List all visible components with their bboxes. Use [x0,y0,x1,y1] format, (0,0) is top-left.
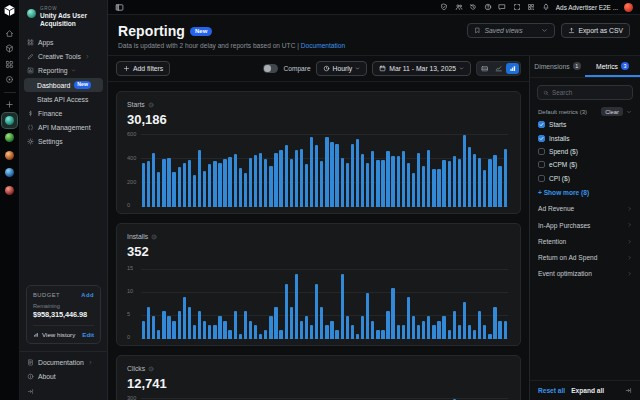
sidebar-collapse-button[interactable] [20,385,107,400]
expand-all-link[interactable]: Expand all [571,387,604,394]
metric-checkbox-ecpm[interactable]: eCPM ($) [530,158,640,171]
reset-all-link[interactable]: Reset all [538,387,565,394]
shield-icon[interactable] [440,3,448,11]
view-history-link[interactable]: View history [42,331,75,338]
bar [468,325,471,339]
bar [295,150,298,207]
info-icon[interactable] [151,234,157,240]
product-orange-icon[interactable] [2,148,17,163]
view-toggle-table[interactable] [478,63,491,74]
add-product-button[interactable] [3,97,17,111]
account-menu[interactable]: Ads Advertiser E2E ... [556,4,618,11]
tab-metrics[interactable]: Metrics3 [585,56,640,77]
grid-nav-button[interactable] [3,57,17,71]
view-toggle-linechart[interactable] [492,63,505,74]
info-icon[interactable] [148,102,154,108]
home-nav-button[interactable] [3,26,17,40]
bar [172,321,175,340]
qr-icon[interactable] [527,3,535,11]
budget-add-link[interactable]: Add [81,292,94,298]
help-icon[interactable] [484,3,492,11]
footer-item-documentation[interactable]: Documentation [20,355,107,369]
metric-checkbox-installs[interactable]: Installs [530,131,640,144]
tab-label: Metrics [596,63,618,70]
hub-nav-button[interactable] [3,73,17,87]
search-input[interactable] [552,89,627,96]
ads-product-icon[interactable] [2,113,17,128]
sidebar-item-api-management[interactable]: API Management [20,121,107,135]
sidebar-item-label: Reporting [38,67,67,74]
org-switcher[interactable]: GROW Unity Ads User Acquisition [20,0,107,35]
bar [315,284,318,340]
product-green-orb [5,133,14,142]
sidebar-item-stats-api-access[interactable]: Stats API Access [20,93,107,107]
date-range-picker[interactable]: Mar 11 - Mar 13, 2025 [372,61,471,76]
category-item-ad-revenue[interactable]: Ad Revenue [530,201,640,217]
metric-search[interactable] [537,85,633,100]
bar [366,293,369,339]
product-blue-icon[interactable] [2,165,17,180]
bar [376,160,379,207]
home-icon [5,29,14,38]
sidebar-item-label: Stats API Access [37,96,88,103]
metric-checkbox-cpi[interactable]: CPI ($) [530,172,640,185]
sidebar-item-reporting[interactable]: Reporting [20,63,107,77]
bar [422,321,425,340]
unity-logo-icon[interactable] [3,4,16,17]
documentation-link[interactable]: Documentation [301,42,345,49]
footer-item-about[interactable]: About [20,369,107,383]
bar [249,158,252,207]
chevron-down-icon[interactable] [626,109,632,115]
metric-checkbox-spend[interactable]: Spend ($) [530,145,640,158]
bar [142,321,145,340]
history-icon[interactable] [469,3,477,11]
clear-button[interactable]: Clear [601,107,623,116]
users-icon[interactable] [455,3,463,11]
sidebar-item-creative-tools[interactable]: Creative Tools [20,49,107,63]
cube-nav-button[interactable] [3,42,17,56]
sidebar-item-dashboard[interactable]: DashboardNew [24,78,103,91]
product-red-orb [5,186,14,195]
category-label: Event optimization [538,270,592,277]
sidebar-item-apps[interactable]: Apps [20,35,107,49]
panel-toggle-icon[interactable] [115,3,124,12]
bar [310,325,313,339]
export-csv-button[interactable]: Export as CSV [561,23,630,38]
add-filters-button[interactable]: Add filters [116,61,170,76]
tab-dimensions[interactable]: Dimensions1 [530,56,585,77]
sidebar-item-settings[interactable]: Settings [20,135,107,149]
checkbox-checked[interactable] [538,135,545,142]
info-icon[interactable] [148,366,154,372]
metric-checkbox-starts[interactable]: Starts [530,118,640,131]
chart-title-row: Clicks [127,364,510,373]
sidebar-item-label: API Management [38,124,91,131]
category-item-return-on-ad-spend[interactable]: Return on Ad Spend [530,249,640,265]
checkbox-unchecked[interactable] [538,148,545,155]
checkbox-checked[interactable] [538,121,545,128]
budget-edit-link[interactable]: Edit [82,331,94,338]
product-green-icon[interactable] [2,130,17,145]
bell-icon[interactable] [542,3,550,11]
metric-label: Installs [549,135,570,142]
granularity-dropdown[interactable]: Hourly [316,61,368,76]
category-item-retention[interactable]: Retention [530,233,640,249]
sidebar-item-finance[interactable]: Finance [20,107,107,121]
checkbox-unchecked[interactable] [538,161,545,168]
category-item-event-optimization[interactable]: Event optimization [530,266,640,282]
saved-views-select[interactable]: Saved views [467,23,555,38]
checkbox-unchecked[interactable] [538,175,545,182]
bar [157,330,160,339]
grid-icon [5,60,14,69]
view-toggle-barchart[interactable] [506,63,519,74]
user-avatar[interactable] [624,3,633,12]
chart-plot[interactable] [141,133,508,207]
compare-toggle[interactable] [263,64,278,73]
category-item-in-app-purchases[interactable]: In-App Purchases [530,217,640,233]
new-badge: New [190,27,212,36]
chat-icon[interactable] [498,3,506,11]
product-red-icon[interactable] [2,183,17,198]
show-more-link[interactable]: + Show more (8) [530,185,640,201]
chart-plot[interactable] [141,265,508,339]
expand-icon[interactable] [513,3,521,11]
collapse-panel-icon[interactable] [625,387,632,394]
